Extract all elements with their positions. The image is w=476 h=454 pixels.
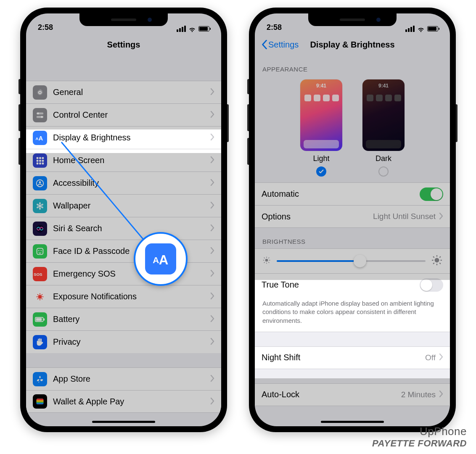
- phone-left: 2:58 Settings GeneralControl CenterAADis…: [20, 8, 227, 432]
- svg-line-32: [42, 294, 42, 295]
- settings-row-appstore[interactable]: App Store: [26, 367, 221, 390]
- chevron-right-icon: [210, 269, 214, 279]
- svg-point-18: [39, 205, 41, 207]
- svg-point-17: [39, 181, 41, 183]
- options-value: Light Until Sunset: [373, 212, 436, 221]
- home-indicator[interactable]: [92, 421, 155, 423]
- chevron-right-icon: [210, 397, 214, 406]
- sos-icon: SOS: [33, 267, 47, 281]
- options-row[interactable]: Options Light Until Sunset: [255, 205, 450, 228]
- settings-row-battery[interactable]: Battery: [26, 308, 221, 330]
- nightshift-value: Off: [425, 353, 436, 362]
- appearance-light[interactable]: 9:41 Light: [300, 79, 342, 177]
- wifi-icon: [188, 26, 196, 32]
- svg-rect-14: [39, 162, 41, 164]
- light-radio[interactable]: [316, 166, 326, 177]
- appstore-icon: [33, 372, 47, 386]
- automatic-label: Automatic: [262, 189, 420, 199]
- home-indicator[interactable]: [321, 421, 384, 423]
- svg-rect-40: [44, 318, 45, 320]
- display-settings[interactable]: APPEARANCE 9:41 Light: [255, 55, 450, 426]
- svg-line-56: [268, 262, 269, 263]
- row-label: Wallet & Apple Pay: [53, 397, 210, 406]
- svg-point-59: [435, 258, 439, 263]
- appearance-dark[interactable]: 9:41 Dark: [362, 79, 405, 177]
- svg-rect-11: [39, 160, 41, 162]
- svg-rect-10: [37, 160, 39, 162]
- settings-row-exposure[interactable]: Exposure Notifications: [26, 285, 221, 308]
- chevron-right-icon: [439, 212, 443, 222]
- svg-rect-44: [37, 400, 44, 402]
- svg-line-38: [37, 294, 38, 295]
- nightshift-label: Night Shift: [262, 353, 425, 362]
- autolock-row[interactable]: Auto-Lock 2 Minutes: [255, 383, 450, 406]
- chevron-right-icon: [210, 133, 214, 143]
- settings-row-general[interactable]: General: [26, 81, 221, 103]
- nightshift-row[interactable]: Night Shift Off: [255, 346, 450, 369]
- battery-icon: [33, 312, 47, 327]
- cellular-icon: [177, 26, 186, 32]
- svg-rect-8: [39, 157, 41, 159]
- light-preview: 9:41: [300, 79, 342, 151]
- chevron-right-icon: [439, 390, 443, 399]
- chevron-right-icon: [210, 178, 214, 188]
- row-label: Emergency SOS: [53, 269, 210, 279]
- appearance-header: APPEARANCE: [255, 55, 450, 76]
- svg-text:A: A: [159, 253, 169, 267]
- dark-radio[interactable]: [378, 166, 389, 177]
- light-label: Light: [313, 154, 329, 163]
- chevron-right-icon: [210, 224, 214, 233]
- chevron-right-icon: [210, 110, 214, 120]
- truetone-toggle[interactable]: [420, 278, 443, 292]
- chevron-right-icon: [210, 156, 214, 165]
- row-label: Privacy: [53, 337, 210, 347]
- svg-rect-46: [37, 403, 44, 404]
- wifi-icon: [417, 26, 425, 32]
- status-time: 2:58: [267, 23, 282, 32]
- svg-point-28: [41, 250, 42, 251]
- svg-text:A: A: [36, 136, 39, 140]
- chevron-right-icon: [210, 337, 214, 347]
- exposure-icon: [33, 290, 47, 304]
- svg-line-34: [42, 298, 42, 299]
- sun-large-icon: [431, 255, 442, 267]
- controlcenter-icon: [33, 108, 47, 122]
- svg-point-27: [38, 250, 39, 251]
- svg-line-66: [433, 263, 434, 264]
- notch: [79, 13, 168, 26]
- row-label: Control Center: [53, 110, 210, 120]
- brightness-slider[interactable]: [277, 260, 426, 262]
- battery-icon: [427, 26, 438, 32]
- settings-row-wallet[interactable]: Wallet & Apple Pay: [26, 390, 221, 413]
- general-icon: [33, 85, 47, 100]
- svg-point-2: [37, 112, 39, 114]
- autolock-label: Auto-Lock: [262, 390, 401, 399]
- svg-point-50: [265, 259, 268, 262]
- svg-text:SOS: SOS: [34, 272, 42, 276]
- row-label: Exposure Notifications: [53, 292, 210, 301]
- chevron-right-icon: [210, 201, 214, 211]
- chevron-right-icon: [210, 314, 214, 324]
- svg-line-65: [439, 263, 441, 264]
- svg-line-57: [264, 262, 265, 263]
- settings-row-sos[interactable]: SOSEmergency SOS: [26, 262, 221, 285]
- phone-right: 2:58 Settings Display & Brightness APPEA: [249, 8, 456, 432]
- settings-row-controlcenter[interactable]: Control Center: [26, 103, 221, 126]
- callout-display-icon: AA: [134, 232, 188, 286]
- options-label: Options: [262, 212, 373, 222]
- wallet-icon: [33, 394, 47, 409]
- back-button[interactable]: Settings: [262, 34, 299, 55]
- row-label: Battery: [53, 314, 210, 324]
- automatic-toggle[interactable]: [420, 187, 443, 201]
- page-title: Settings: [107, 40, 140, 50]
- automatic-row[interactable]: Automatic: [255, 182, 450, 205]
- svg-point-22: [39, 207, 41, 209]
- truetone-row[interactable]: True Tone: [255, 273, 450, 296]
- svg-text:A: A: [153, 255, 159, 265]
- row-label: General: [53, 87, 210, 97]
- svg-rect-45: [37, 402, 44, 403]
- svg-rect-13: [37, 162, 39, 164]
- svg-line-64: [433, 256, 434, 258]
- settings-row-privacy[interactable]: Privacy: [26, 330, 221, 353]
- autolock-value: 2 Minutes: [401, 390, 436, 399]
